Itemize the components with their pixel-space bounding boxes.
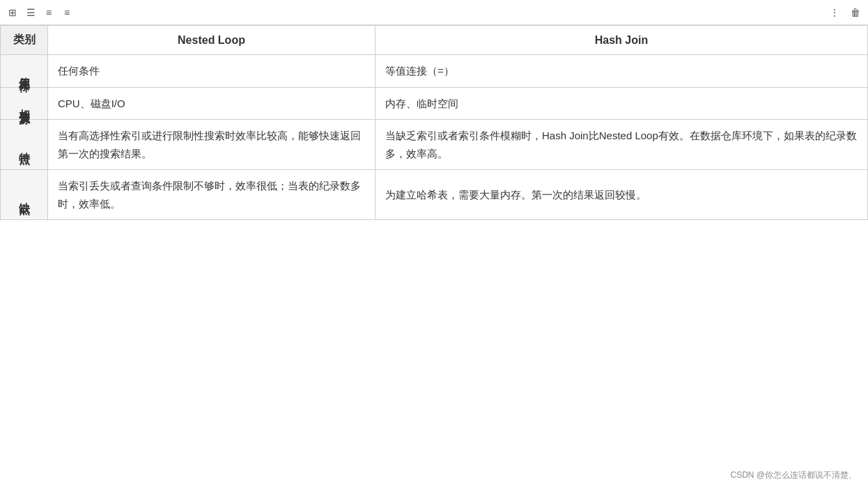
row-nested-loop-cell: 任何条件 [48,55,375,88]
list-lines-icon[interactable]: ☰ [24,6,38,19]
row-hash-join-cell: 等值连接（=） [375,55,868,88]
footer-bar: CSDN @你怎么连话都说不清楚、 [719,467,868,484]
menu-icon[interactable]: ≡ [42,6,56,19]
toolbar: ⊞ ☰ ≡ ≡ ⋮ 🗑 [0,0,868,25]
cell-text: 等值连接（=） [385,65,454,77]
row-category: 使用条件 [1,55,48,88]
row-nested-loop-cell: 当有高选择性索引或进行限制性搜索时效率比较高，能够快速返回第一次的搜索结果。 [48,120,375,170]
comparison-table: 类别 Nested Loop Hash Join 使用条件任何条件等值连接（=）… [0,25,868,220]
table-header-row: 类别 Nested Loop Hash Join [1,26,868,55]
table-row: 特点当有高选择性索引或进行限制性搜索时效率比较高，能够快速返回第一次的搜索结果。… [1,120,868,170]
row-hash-join-cell: 内存、临时空间 [375,87,868,120]
table-row: 缺点当索引丢失或者查询条件限制不够时，效率很低；当表的纪录数多时，效率低。为建立… [1,170,868,220]
cell-text: 内存、临时空间 [385,97,458,109]
row-nested-loop-cell: CPU、磁盘I/O [48,87,375,120]
more-icon[interactable]: ⋮ [828,6,842,19]
toolbar-right: ⋮ 🗑 [828,6,862,19]
cell-text: 任何条件 [58,65,100,77]
indent-icon[interactable]: ≡ [60,6,74,19]
header-hash-join: Hash Join [375,26,868,55]
header-category: 类别 [1,26,48,55]
table-row: 相关资源CPU、磁盘I/O内存、临时空间 [1,87,868,120]
cell-text: 为建立哈希表，需要大量内存。第一次的结果返回较慢。 [385,189,646,201]
row-hash-join-cell: 当缺乏索引或者索引条件模糊时，Hash Join比Nested Loop有效。在… [375,120,868,170]
header-nested-loop: Nested Loop [48,26,375,55]
grid-icon[interactable]: ⊞ [6,6,20,19]
row-nested-loop-cell: 当索引丢失或者查询条件限制不够时，效率很低；当表的纪录数多时，效率低。 [48,170,375,220]
delete-icon[interactable]: 🗑 [848,6,862,19]
table-row: 使用条件任何条件等值连接（=） [1,55,868,88]
row-category: 相关资源 [1,87,48,120]
row-hash-join-cell: 为建立哈希表，需要大量内存。第一次的结果返回较慢。 [375,170,868,220]
cell-text: CPU、磁盘I/O [58,97,125,109]
cell-text: 当缺乏索引或者索引条件模糊时，Hash Join比Nested Loop有效。在… [385,130,857,159]
cell-text: 当索引丢失或者查询条件限制不够时，效率很低；当表的纪录数多时，效率低。 [58,180,361,210]
toolbar-left: ⊞ ☰ ≡ ≡ [6,6,74,19]
row-category: 特点 [1,120,48,170]
footer-text: CSDN @你怎么连话都说不清楚、 [730,470,857,480]
cell-text: 当有高选择性索引或进行限制性搜索时效率比较高，能够快速返回第一次的搜索结果。 [58,130,361,159]
comparison-table-container: 类别 Nested Loop Hash Join 使用条件任何条件等值连接（=）… [0,25,868,220]
row-category: 缺点 [1,170,48,220]
